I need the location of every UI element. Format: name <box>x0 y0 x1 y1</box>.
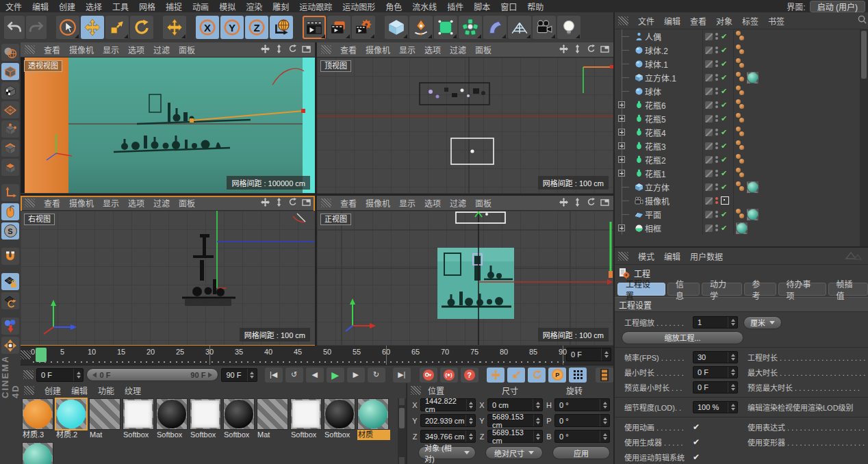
project-scale-unit-dropdown[interactable]: 厘米 <box>743 316 782 329</box>
visibility-dots[interactable] <box>715 33 718 40</box>
expression-tag-icons[interactable] <box>736 58 745 69</box>
object-name[interactable]: 立方体.1 <box>645 72 702 83</box>
viewport-right-canvas[interactable]: 右视图 网格间距 : 100 cm <box>21 211 315 345</box>
object-row-vase[interactable]: 花瓶1✔ <box>615 166 859 180</box>
material-item[interactable]: Softbox <box>190 398 222 440</box>
expression-tag-icons[interactable] <box>736 44 745 55</box>
enabled-check-icon[interactable]: ✔ <box>721 101 727 109</box>
object-menu-0[interactable]: 文件 <box>638 15 654 27</box>
visibility-dots[interactable] <box>715 170 718 177</box>
play-button[interactable]: ▶ <box>327 368 344 383</box>
material-item[interactable]: Softbox <box>223 398 256 440</box>
panel-drag-handle[interactable] <box>321 45 331 54</box>
record-scale-button[interactable] <box>507 368 525 383</box>
object-row-vase[interactable]: 花瓶3✔ <box>615 139 859 153</box>
viewport-menu-1[interactable]: 摄像机 <box>69 197 94 209</box>
viewport-menu-4[interactable]: 过滤 <box>450 44 466 55</box>
spinner[interactable] <box>247 369 257 381</box>
object-row-vase[interactable]: 花瓶2✔ <box>615 153 859 166</box>
expression-tag-icons[interactable] <box>736 209 745 220</box>
position-x-field[interactable]: 1442.822 cm <box>420 398 476 411</box>
visibility-dots[interactable] <box>715 74 718 81</box>
expression-tag-icons[interactable] <box>736 168 745 179</box>
attribute-menu-0[interactable]: 模式 <box>638 250 654 262</box>
preview-min-field[interactable]: 0 F <box>693 381 738 394</box>
tab-5[interactable]: 帧插值 <box>828 283 868 296</box>
material-overflow-item[interactable] <box>22 442 53 464</box>
object-menu-4[interactable]: 标签 <box>742 15 758 27</box>
record-parameter-button[interactable]: P <box>548 368 566 383</box>
rotation-h-field[interactable]: 0 ° <box>554 398 610 411</box>
coordinate-system-button[interactable] <box>270 16 293 39</box>
spinner[interactable] <box>73 369 83 381</box>
panel-drag-handle[interactable] <box>321 198 331 207</box>
lod-field[interactable]: 100 % <box>693 401 738 413</box>
layer-icon[interactable] <box>705 211 713 218</box>
viewport-menu-2[interactable]: 显示 <box>399 44 416 55</box>
zoom-view-icon[interactable] <box>573 44 582 55</box>
viewport-menu-2[interactable]: 显示 <box>103 197 119 209</box>
visibility-dots[interactable] <box>715 224 718 231</box>
object-row-vase[interactable]: 花瓶6✔ <box>615 98 859 112</box>
panel-drag-handle[interactable] <box>21 350 31 359</box>
use-mcs-checkbox[interactable]: ✔ <box>693 452 738 462</box>
expression-tag-icons[interactable] <box>736 72 745 83</box>
material-item[interactable]: 材质.2 <box>55 398 88 440</box>
points-mode-icon[interactable] <box>1 120 19 138</box>
axis-mode-icon[interactable] <box>1 184 19 201</box>
timeline-playhead[interactable] <box>36 348 47 362</box>
tab-3[interactable]: 参考 <box>744 283 776 296</box>
light-button[interactable] <box>557 16 580 39</box>
object-name[interactable]: 花瓶3 <box>645 140 702 152</box>
object-row-sphere[interactable]: 球体.1✔ <box>615 57 859 70</box>
use-generators-checkbox[interactable]: ✔ <box>693 437 738 447</box>
keyframe-options-button[interactable]: ? <box>461 368 478 383</box>
menu-item-8[interactable]: 模拟 <box>219 1 235 12</box>
visibility-dots[interactable] <box>715 197 718 204</box>
expression-tag-icons[interactable] <box>736 127 745 138</box>
material-item[interactable]: Mat <box>89 398 122 440</box>
material-item[interactable]: Softbox <box>123 398 155 440</box>
zoom-view-icon[interactable] <box>275 44 283 55</box>
rotate-view-icon[interactable] <box>587 44 596 55</box>
snap-scene-icon[interactable]: S <box>1 222 19 240</box>
live-selection-tool[interactable] <box>56 16 79 39</box>
material-thumbnail-stripes[interactable] <box>89 398 120 430</box>
goto-end-button[interactable]: ▶| <box>393 368 411 383</box>
viewport-menu-4[interactable]: 过滤 <box>153 197 170 209</box>
object-name[interactable]: 花瓶4 <box>645 127 702 138</box>
object-row-figure[interactable]: 人偶✔ <box>615 29 859 43</box>
quantize-icon[interactable] <box>1 337 19 354</box>
viewport-menu-5[interactable]: 面板 <box>475 44 492 55</box>
render-view-button[interactable] <box>303 16 326 39</box>
object-name[interactable]: 立方体 <box>645 181 702 193</box>
add-primitive-cube-button[interactable] <box>385 16 408 39</box>
menu-item-13[interactable]: 角色 <box>385 1 402 12</box>
render-region-button[interactable] <box>327 16 350 39</box>
object-row-plane[interactable]: 平面✔ <box>615 207 859 221</box>
camera-enabled-icon[interactable] <box>721 196 729 205</box>
viewport-menu-0[interactable]: 查看 <box>340 197 357 209</box>
visibility-dots[interactable] <box>715 60 718 67</box>
ruler-frame-field[interactable]: 0 F <box>566 348 611 361</box>
material-thumbnail-orange[interactable] <box>22 398 53 430</box>
rotate-view-icon[interactable] <box>288 198 297 209</box>
size-mode-dropdown[interactable]: 绝对尺寸 <box>485 446 543 459</box>
deformer-bend-button[interactable] <box>483 16 507 39</box>
material-tag-icon[interactable] <box>747 209 758 220</box>
material-thumbnail-cyan[interactable] <box>55 398 87 430</box>
enabled-check-icon[interactable]: ✔ <box>721 46 727 55</box>
apply-button[interactable]: 应用 <box>552 446 610 459</box>
object-name[interactable]: 花瓶1 <box>645 168 702 179</box>
range-right-arrow[interactable] <box>208 372 212 378</box>
material-item[interactable]: Mat <box>257 398 290 440</box>
viewport-top[interactable]: 查看摄像机显示选项过滤面板 <box>317 42 613 194</box>
viewport-menu-3[interactable]: 选项 <box>128 197 144 209</box>
object-menu-1[interactable]: 编辑 <box>664 15 680 27</box>
pan-view-icon[interactable] <box>261 44 270 55</box>
expression-tag-icons[interactable] <box>736 31 745 42</box>
expression-tag-icons[interactable] <box>736 181 745 192</box>
menu-item-2[interactable]: 创建 <box>59 1 75 12</box>
viewport-menu-5[interactable]: 面板 <box>475 197 492 209</box>
move-tool[interactable] <box>81 16 104 39</box>
